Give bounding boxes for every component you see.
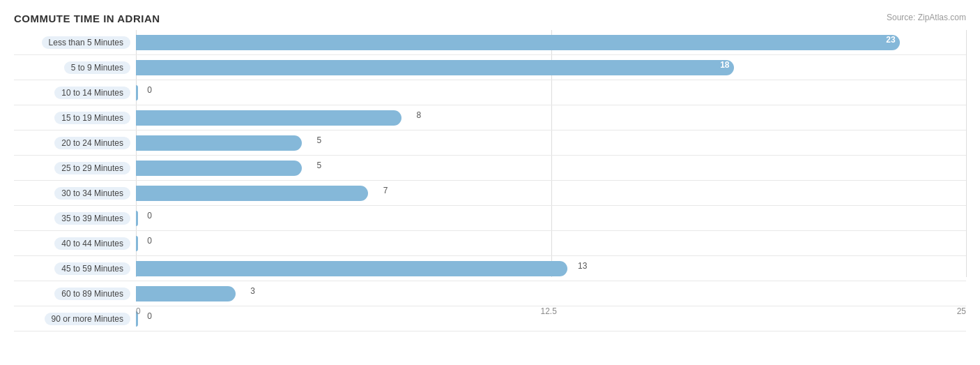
chart-area: Less than 5 Minutes235 to 9 Minutes1810 …	[14, 30, 966, 316]
bar-label: 5 to 9 Minutes	[14, 61, 136, 74]
bar-row: Less than 5 Minutes23	[14, 30, 966, 55]
label-pill: 5 to 9 Minutes	[64, 61, 130, 74]
bar-value: 18	[720, 60, 729, 70]
chart-source: Source: ZipAtlas.com	[887, 13, 966, 22]
bar-row: 35 to 39 Minutes0	[14, 206, 966, 231]
label-pill: 90 or more Minutes	[45, 313, 130, 325]
bar-value: 0	[147, 236, 152, 246]
label-pill: 15 to 19 Minutes	[54, 112, 130, 124]
x-tick: 0	[136, 306, 141, 316]
bar-track: 7	[136, 181, 966, 205]
bar-track: 0	[136, 231, 966, 255]
bar-label: 35 to 39 Minutes	[14, 212, 136, 225]
bar-fill: 23	[136, 35, 900, 50]
bar-fill: 0	[136, 85, 138, 100]
bar-fill: 7	[136, 186, 368, 201]
label-pill: 25 to 29 Minutes	[54, 162, 130, 174]
label-pill: 40 to 44 Minutes	[54, 237, 130, 250]
bar-row: 15 to 19 Minutes8	[14, 105, 966, 131]
bar-track: 0	[136, 206, 966, 230]
bar-label: 40 to 44 Minutes	[14, 237, 136, 250]
bar-label: 30 to 34 Minutes	[14, 187, 136, 200]
label-pill: 10 to 14 Minutes	[54, 87, 130, 99]
bar-track: 3	[136, 281, 966, 306]
bar-value: 23	[886, 35, 895, 45]
bar-row: 45 to 59 Minutes13	[14, 256, 966, 281]
chart-container: COMMUTE TIME IN ADRIAN Source: ZipAtlas.…	[0, 0, 980, 365]
bar-label: 90 or more Minutes	[14, 313, 136, 325]
label-pill: 60 to 89 Minutes	[54, 288, 130, 300]
bar-track: 5	[136, 131, 966, 155]
bar-value: 0	[147, 211, 152, 221]
bar-row: 40 to 44 Minutes0	[14, 231, 966, 256]
bar-value: 8	[416, 110, 421, 120]
bar-track: 5	[136, 156, 966, 180]
bar-row: 60 to 89 Minutes3	[14, 281, 966, 306]
bar-track: 13	[136, 256, 966, 281]
bar-fill: 8	[136, 110, 401, 126]
bar-fill: 13	[136, 261, 567, 276]
label-pill: 45 to 59 Minutes	[54, 262, 130, 275]
chart-title: COMMUTE TIME IN ADRIAN	[14, 13, 966, 24]
bar-fill: 5	[136, 135, 302, 151]
bar-label: 15 to 19 Minutes	[14, 112, 136, 124]
label-pill: 30 to 34 Minutes	[54, 187, 130, 200]
x-tick: 25	[957, 306, 966, 316]
label-pill: 20 to 24 Minutes	[54, 137, 130, 149]
grid-line	[966, 30, 967, 277]
bar-fill: 3	[136, 286, 236, 301]
x-axis: 012.525	[136, 306, 966, 316]
bar-label: 25 to 29 Minutes	[14, 162, 136, 174]
x-tick: 12.5	[540, 306, 556, 316]
bar-row: 30 to 34 Minutes7	[14, 181, 966, 206]
bar-label: 10 to 14 Minutes	[14, 87, 136, 99]
bar-value: 13	[578, 261, 587, 271]
bar-value: 5	[317, 161, 322, 170]
bar-value: 3	[250, 286, 255, 296]
bar-row: 5 to 9 Minutes18	[14, 55, 966, 80]
bar-label: Less than 5 Minutes	[14, 36, 136, 49]
bar-row: 25 to 29 Minutes5	[14, 156, 966, 181]
bar-track: 0	[136, 80, 966, 105]
bar-fill: 5	[136, 161, 302, 176]
bar-value: 5	[317, 135, 322, 145]
bar-track: 23	[136, 30, 966, 54]
label-pill: 35 to 39 Minutes	[54, 212, 130, 225]
bar-row: 20 to 24 Minutes5	[14, 131, 966, 156]
bar-value: 0	[147, 85, 152, 95]
bar-label: 60 to 89 Minutes	[14, 288, 136, 300]
bar-row: 10 to 14 Minutes0	[14, 80, 966, 105]
label-pill: Less than 5 Minutes	[42, 36, 130, 49]
bars-section: Less than 5 Minutes235 to 9 Minutes1810 …	[14, 30, 966, 297]
bar-track: 8	[136, 105, 966, 130]
bar-label: 45 to 59 Minutes	[14, 262, 136, 275]
bar-track: 18	[136, 55, 966, 80]
bar-fill: 18	[136, 60, 734, 75]
bar-label: 20 to 24 Minutes	[14, 137, 136, 149]
bar-value: 7	[383, 186, 388, 195]
bar-fill: 0	[136, 211, 138, 226]
bar-fill: 0	[136, 236, 138, 251]
